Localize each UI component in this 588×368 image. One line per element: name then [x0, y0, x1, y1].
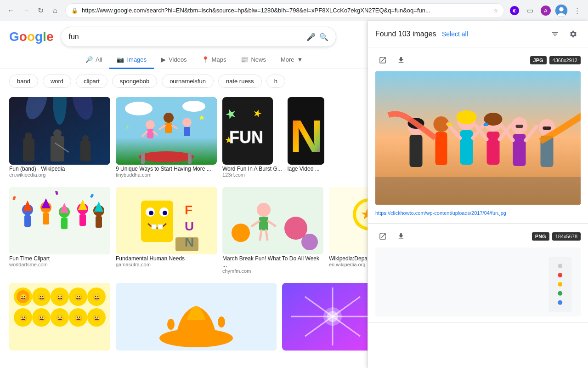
card-top-bar-2: PNG 184x5678	[375, 229, 581, 244]
suggestion-spongebob[interactable]: spongebob	[112, 75, 157, 88]
svg-text:😀: 😀	[38, 314, 46, 322]
svg-text:😀: 😀	[38, 293, 46, 301]
card2-image-display[interactable]	[375, 247, 581, 316]
image-item-band[interactable]: Fun (band) - Wikipedia en.wikipedia.org	[9, 97, 110, 178]
tab-videos[interactable]: ▶ Videos	[154, 52, 194, 69]
forward-button[interactable]: →	[19, 4, 32, 17]
svg-text:N: N	[290, 110, 323, 162]
suggestion-clipart[interactable]: clipart	[76, 75, 107, 88]
profile-button[interactable]: A	[539, 4, 552, 17]
svg-text:FUN: FUN	[229, 128, 263, 147]
image-item-emoji[interactable]: 😀 😀 😀 😀 😀 😀 😀 😀	[9, 283, 110, 351]
image-thumb-spongebob: F U N	[116, 187, 217, 254]
svg-rect-30	[184, 127, 190, 136]
image-item-clipart[interactable]: Fun Time Clipart worldartsme.com	[9, 187, 110, 267]
svg-text:F: F	[185, 203, 192, 217]
tab-more[interactable]: More ▼	[273, 52, 311, 69]
svg-point-29	[182, 118, 192, 127]
tab-all[interactable]: 🔎 All	[78, 52, 109, 69]
address-bar[interactable]: 🔒 ☆	[65, 3, 504, 18]
user-avatar[interactable]	[555, 4, 568, 17]
url-input[interactable]	[82, 7, 490, 14]
extensions-button[interactable]: ◐	[508, 4, 521, 17]
mic-icon[interactable]: 🎤	[306, 33, 316, 41]
tab-images-icon: 📷	[117, 56, 124, 63]
home-button[interactable]: ⌂	[49, 4, 62, 17]
svg-rect-12	[80, 141, 90, 161]
search-input[interactable]	[68, 33, 303, 41]
image-thumb-march	[222, 187, 323, 254]
image-item-colorful[interactable]: N lage Video ...	[288, 97, 324, 172]
tab-images[interactable]: 📷 Images	[109, 52, 154, 69]
suggestion-band[interactable]: band	[9, 75, 38, 88]
settings-button[interactable]	[566, 27, 581, 41]
svg-rect-19	[141, 152, 145, 164]
svg-point-21	[146, 120, 155, 129]
image-item-march[interactable]: March Break Fun! What To Do All Week ...…	[222, 187, 323, 274]
suggestion-ournameisfun[interactable]: ournameisfun	[162, 75, 214, 88]
open-new-tab-button[interactable]	[375, 53, 390, 68]
svg-rect-144	[516, 125, 523, 128]
card-actions-2	[375, 229, 408, 244]
svg-point-18	[139, 151, 194, 162]
suggestion-word[interactable]: word	[43, 75, 71, 88]
download-button-1[interactable]	[394, 53, 408, 68]
image-card-2: PNG 184x5678	[368, 224, 588, 322]
svg-rect-143	[513, 134, 526, 166]
svg-rect-60	[141, 201, 173, 242]
svg-rect-54	[96, 216, 102, 228]
image-item-splash[interactable]	[116, 283, 277, 351]
tab-maps[interactable]: 📍 Maps	[194, 52, 234, 69]
svg-rect-126	[375, 177, 581, 205]
image-thumb-emoji: 😀 😀 😀 😀 😀 😀 😀 😀	[9, 283, 110, 351]
svg-text:★: ★	[198, 114, 205, 121]
select-all-button[interactable]: Select all	[442, 30, 468, 38]
image-title-clipart: Fun Time Clipart	[9, 255, 110, 262]
image-item-spongebob[interactable]: F U N Fundamental Human Needs gamasutra.…	[116, 187, 217, 267]
svg-line-76	[260, 230, 261, 240]
browser-chrome: ← → ↻ ⌂ 🔒 ☆ ◐ ▭ A ⋮	[0, 0, 588, 21]
svg-text:😀: 😀	[56, 293, 64, 301]
image-item-kids[interactable]: ★ ★ 9 Unique Ways to Start Having More .…	[116, 97, 217, 178]
svg-point-134	[457, 110, 477, 124]
svg-point-25	[164, 113, 174, 123]
image-thumb-splash	[116, 283, 277, 351]
svg-rect-73	[259, 217, 268, 230]
svg-point-13	[82, 135, 89, 142]
svg-point-154	[558, 264, 562, 268]
cast-button[interactable]: ▭	[524, 4, 537, 17]
image-detail-panel: Found 103 images Select all	[368, 21, 588, 368]
search-icon[interactable]: 🔍	[319, 33, 328, 41]
suggestion-nate-ruess[interactable]: nate ruess	[218, 75, 262, 88]
tab-all-icon: 🔎	[85, 56, 93, 63]
image-title-march: March Break Fun! What To Do All Week ...	[222, 255, 323, 268]
svg-rect-20	[188, 152, 192, 164]
svg-point-155	[558, 273, 562, 277]
tab-news[interactable]: 📰 News	[233, 52, 273, 69]
image-source-funword: 123rf.com	[222, 172, 282, 178]
svg-point-156	[558, 282, 562, 287]
menu-button[interactable]: ⋮	[571, 4, 583, 17]
back-button[interactable]: ←	[5, 4, 17, 17]
image-item-funword[interactable]: ★ ★ ★ FUN Word Fun In A Burst G... 123rf…	[222, 97, 282, 178]
svg-rect-22	[147, 129, 153, 138]
reload-button[interactable]: ↻	[34, 4, 47, 17]
image-source-clipart: worldartsme.com	[9, 262, 110, 267]
download-button-2[interactable]	[394, 229, 408, 244]
open-new-tab-button-2[interactable]	[375, 229, 390, 244]
svg-point-16	[125, 102, 153, 115]
svg-rect-66	[158, 224, 163, 229]
main-image-display[interactable]	[375, 71, 581, 205]
svg-point-17	[182, 101, 205, 112]
tab-news-icon: 📰	[241, 56, 248, 63]
tab-maps-icon: 📍	[202, 56, 209, 63]
filter-button[interactable]	[548, 27, 562, 41]
bookmark-icon[interactable]: ☆	[493, 7, 498, 14]
svg-rect-128	[410, 135, 423, 167]
image-thumb-band	[9, 97, 110, 165]
image-url: https://clickhowto.com/wp-content/upload…	[375, 208, 581, 218]
suggestion-h[interactable]: h	[266, 75, 285, 88]
svg-point-64	[163, 211, 167, 215]
svg-point-1	[559, 7, 563, 11]
search-box[interactable]: 🎤 🔍	[61, 27, 336, 47]
